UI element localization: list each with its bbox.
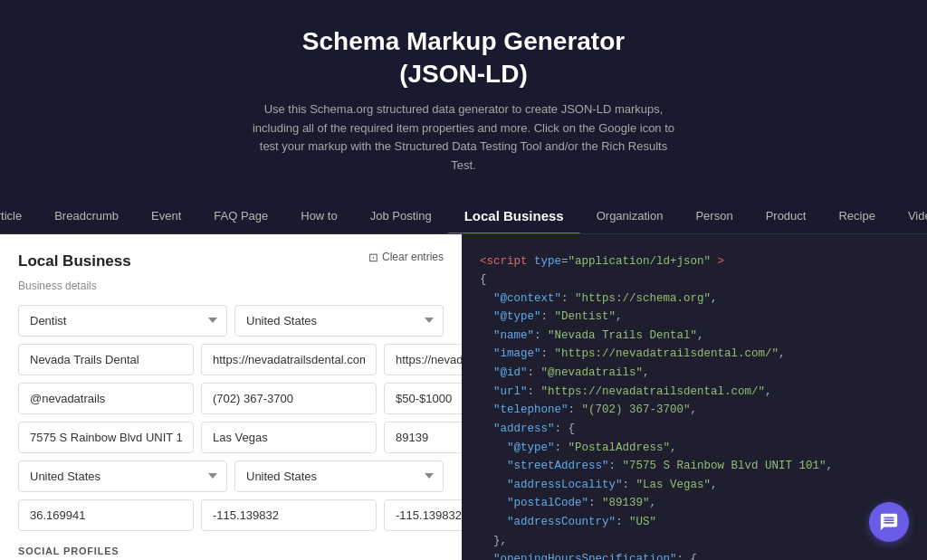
coordinates-row xyxy=(18,499,444,531)
nav-howto[interactable]: How to xyxy=(284,200,353,233)
code-content: { "@context": "https://schema.org", "@ty… xyxy=(480,271,909,560)
country-select-3[interactable]: United States xyxy=(234,460,444,492)
code-script-tag: <script type="application/ld+json" > xyxy=(480,252,909,271)
clear-entries-button[interactable]: Clear entries xyxy=(368,251,444,264)
code-line: "@type": "PostalAddress", xyxy=(480,439,909,458)
lng-input-2[interactable] xyxy=(384,499,462,531)
code-line: "@type": "Dentist", xyxy=(480,308,909,327)
nav-person[interactable]: Person xyxy=(679,200,749,233)
business-image-input[interactable] xyxy=(384,344,462,375)
nav-recipe[interactable]: Recipe xyxy=(822,200,891,233)
page-description: Use this Schema.org structured data gene… xyxy=(246,100,681,176)
nav-video[interactable]: Video xyxy=(892,200,927,233)
nav-event[interactable]: Event xyxy=(135,200,197,233)
business-name-input[interactable] xyxy=(18,344,194,375)
schema-nav: Article Breadcrumb Event FAQ Page How to… xyxy=(0,192,927,234)
chat-button[interactable] xyxy=(869,502,909,542)
nav-breadcrumb[interactable]: Breadcrumb xyxy=(38,200,135,233)
code-line: "addressCountry": "US" xyxy=(480,513,909,532)
code-line: }, xyxy=(480,532,909,551)
code-line: "url": "https://nevadatrailsdental.com/"… xyxy=(480,383,909,402)
code-line: "telephone": "(702) 367-3700", xyxy=(480,401,909,420)
code-line: "image": "https://nevadatrailsdental.com… xyxy=(480,345,909,364)
form-title: Local Business xyxy=(18,252,131,271)
code-line: "@context": "https://schema.org", xyxy=(480,289,909,308)
main-content: Local Business Clear entries Business de… xyxy=(0,234,927,560)
nav-faqpage[interactable]: FAQ Page xyxy=(197,200,284,233)
code-line: "postalCode": "89139", xyxy=(480,494,909,513)
business-type-select[interactable]: Dentist xyxy=(18,305,227,337)
social-profiles-section: SOCIAL PROFILES Add Social Profiles xyxy=(18,546,444,560)
street-input[interactable] xyxy=(18,422,194,453)
country-select-1[interactable]: United States xyxy=(234,305,444,337)
business-url-input[interactable] xyxy=(201,344,377,375)
section-label: Business details xyxy=(18,280,444,292)
country-select-2[interactable]: United States xyxy=(18,460,227,492)
nav-localbusiness[interactable]: Local Business xyxy=(448,199,580,234)
lat-input[interactable] xyxy=(18,499,194,531)
form-panel: Local Business Clear entries Business de… xyxy=(0,234,462,560)
city-input[interactable] xyxy=(201,422,377,453)
code-line: { xyxy=(480,271,909,289)
nav-jobposting[interactable]: Job Posting xyxy=(354,200,448,233)
code-line: "@id": "@nevadatrails", xyxy=(480,364,909,383)
page-header: Schema Markup Generator (JSON-LD) Use th… xyxy=(0,0,927,192)
code-line: "openingHoursSpecification": { xyxy=(480,550,909,560)
code-panel: <script type="application/ld+json" > { "… xyxy=(462,234,927,560)
nav-article[interactable]: Article xyxy=(0,200,38,233)
type-country-row: Dentist United States xyxy=(18,305,444,337)
phone-input[interactable] xyxy=(201,383,377,414)
nav-product[interactable]: Product xyxy=(750,200,823,233)
name-url-image-row xyxy=(18,344,444,375)
price-input[interactable] xyxy=(384,383,462,414)
code-line: "address": { xyxy=(480,420,909,439)
social-profiles-label: SOCIAL PROFILES xyxy=(18,546,444,556)
code-line: "addressLocality": "Las Vegas", xyxy=(480,476,909,495)
nav-organization[interactable]: Organization xyxy=(580,200,680,233)
code-line: "streetAddress": "7575 S Rainbow Blvd UN… xyxy=(480,457,909,476)
page-title: Schema Markup Generator (JSON-LD) xyxy=(18,25,909,91)
zip-input[interactable] xyxy=(384,422,462,453)
address-row xyxy=(18,422,444,453)
social-input[interactable] xyxy=(18,383,194,414)
social-phone-price-row xyxy=(18,383,444,414)
code-line: "name": "Nevada Trails Dental", xyxy=(480,327,909,346)
lng-input-1[interactable] xyxy=(201,499,377,531)
country-row-2: United States United States xyxy=(18,460,444,492)
